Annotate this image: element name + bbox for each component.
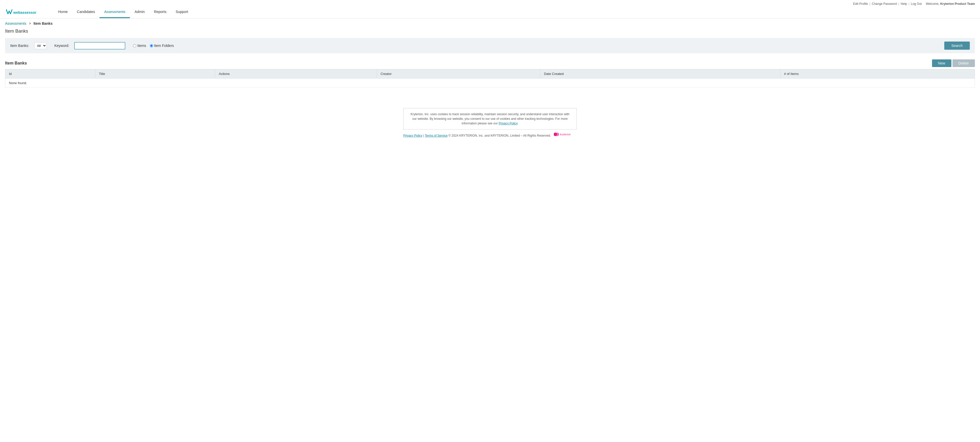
page-title: Item Banks (0, 27, 980, 38)
new-button[interactable]: New (932, 59, 951, 67)
breadcrumb-current: Item Banks (33, 21, 52, 25)
radio-folders[interactable] (150, 44, 153, 48)
filter-bar: Item Banks: All Keyword: Items Item Fold… (5, 38, 975, 53)
nav-admin[interactable]: Admin (130, 6, 149, 18)
col-date-created: Date Created (540, 69, 780, 79)
edit-profile-link[interactable]: Edit Profile (853, 2, 868, 6)
col-title: Title (95, 69, 215, 79)
main-nav: Home Candidates Assessments Admin Report… (54, 6, 192, 18)
header-nav: webassessor Home Candidates Assessments … (0, 6, 980, 18)
change-password-link[interactable]: Change Password (872, 2, 897, 6)
svg-text:kryterion: kryterion (560, 133, 571, 136)
table-head: Id Title Actions Creator Date Created # … (5, 69, 975, 79)
item-banks-filter-label: Item Banks: (10, 44, 29, 48)
help-link[interactable]: Help (900, 2, 907, 6)
nav-home[interactable]: Home (54, 6, 72, 18)
table-body: None found. (5, 79, 975, 88)
none-found: None found. (5, 79, 975, 88)
nav-candidates[interactable]: Candidates (72, 6, 100, 18)
table-actions: New Delete (932, 59, 975, 67)
col-creator: Creator (377, 69, 540, 79)
keyword-label: Keyword: (54, 44, 69, 48)
breadcrumb: Assessments > Item Banks (0, 18, 980, 27)
breadcrumb-parent-link[interactable]: Assessments (5, 21, 26, 25)
cookie-text: Kryterion, Inc. uses cookies to track se… (410, 112, 570, 125)
nav-assessments[interactable]: Assessments (100, 6, 130, 18)
svg-point-2 (555, 133, 559, 136)
search-btn-wrap: Search (944, 41, 970, 50)
radio-items[interactable] (133, 44, 136, 48)
cookie-notice: Kryterion, Inc. uses cookies to track se… (403, 108, 577, 130)
privacy-policy-cookie-link[interactable]: Privacy Policy (499, 122, 517, 125)
sep1: | (870, 2, 870, 6)
table-header-row: Id Title Actions Creator Date Created # … (5, 69, 975, 79)
delete-button[interactable]: Delete (953, 59, 975, 67)
top-bar: Edit Profile | Change Password | Help | … (0, 0, 980, 6)
nav-support[interactable]: Support (171, 6, 192, 18)
log-out-link[interactable]: Log Out (911, 2, 922, 6)
col-num-items: # of Items (780, 69, 975, 79)
radio-items-label[interactable]: Items (133, 44, 146, 48)
sep3: | (908, 2, 909, 6)
footer: Kryterion, Inc. uses cookies to track se… (0, 103, 980, 143)
terms-link[interactable]: Terms of Service (425, 134, 447, 138)
footer-copyright: © 2024 KRYTERION, Inc. and KRYTERION, Li… (449, 134, 551, 138)
footer-links: Privacy Policy | Terms of Service © 2024… (5, 132, 975, 138)
item-banks-select[interactable]: All (34, 42, 47, 49)
col-actions: Actions (215, 69, 377, 79)
sep2: | (898, 2, 899, 6)
logo[interactable]: webassessor (5, 8, 46, 17)
table-header: Item Banks New Delete (5, 59, 975, 67)
breadcrumb-separator: > (29, 21, 31, 25)
keyword-input[interactable] (74, 42, 125, 49)
nav-reports[interactable]: Reports (149, 6, 171, 18)
col-id: Id (5, 69, 95, 79)
radio-folders-label[interactable]: Item Folders (150, 44, 174, 48)
search-button[interactable]: Search (944, 41, 970, 50)
privacy-policy-link[interactable]: Privacy Policy (403, 134, 422, 138)
welcome-text: Welcome, Kryterion Product Team (926, 2, 975, 6)
footer-kryterion-logo: kryterion (554, 132, 577, 136)
empty-row: None found. (5, 79, 975, 88)
table-section: Item Banks New Delete Id Title Actions C… (5, 59, 975, 88)
svg-text:webassessor: webassessor (13, 10, 37, 14)
item-banks-table: Id Title Actions Creator Date Created # … (5, 69, 975, 88)
radio-group: Items Item Folders (133, 44, 174, 48)
table-section-title: Item Banks (5, 61, 27, 65)
